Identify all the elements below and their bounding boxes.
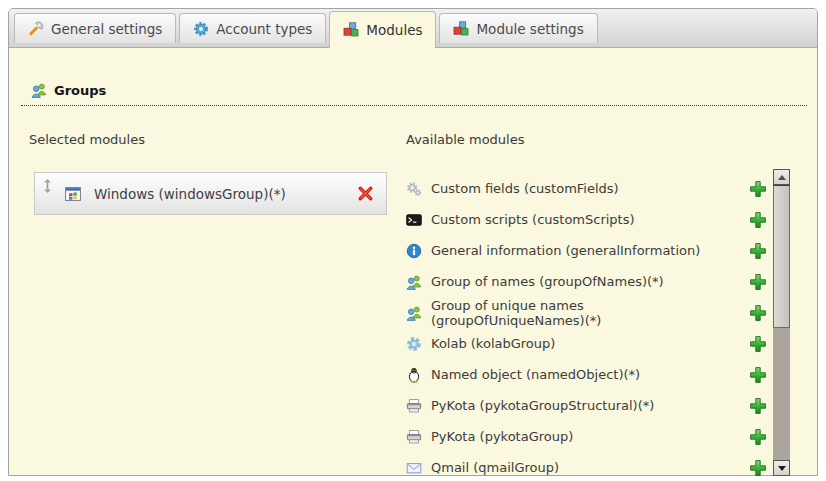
available-modules-scrollbar[interactable] <box>773 169 790 476</box>
available-module-row: General information (generalInformation) <box>406 235 773 266</box>
drag-handle[interactable] <box>43 178 52 194</box>
printer-icon <box>406 429 422 445</box>
available-modules-body: Custom fields (customFields)Custom scrip… <box>406 169 790 481</box>
available-modules-heading: Available modules <box>406 131 790 148</box>
module-label: PyKota (pykotaGroupStructural)(*) <box>431 398 654 413</box>
add-module-button[interactable] <box>749 366 767 384</box>
available-module-row: Group of unique names (groupOfUniqueName… <box>406 297 773 328</box>
settings-panel: General settingsAccount typesModulesModu… <box>8 8 818 476</box>
scrollbar-thumb[interactable] <box>773 185 790 328</box>
tab-module-settings[interactable]: Module settings <box>439 13 597 43</box>
selected-modules-column: Selected modules Windows (windowsGroup)(… <box>29 131 395 215</box>
penguin-icon <box>406 367 422 383</box>
available-modules-list: Custom fields (customFields)Custom scrip… <box>406 169 773 481</box>
section-header: Groups <box>21 82 807 106</box>
add-module-button[interactable] <box>749 242 767 260</box>
tab-general-settings[interactable]: General settings <box>14 13 176 43</box>
module-label: General information (generalInformation) <box>431 243 700 258</box>
gear-icon <box>193 21 209 37</box>
gears-icon <box>406 181 422 197</box>
group-icon <box>406 305 422 321</box>
module-label: Named object (namedObject)(*) <box>431 367 640 382</box>
groups-icon <box>31 82 47 98</box>
scrollbar-down-button[interactable] <box>773 460 790 476</box>
module-label: Windows (windowsGroup)(*) <box>94 186 357 202</box>
available-module-row: Named object (namedObject)(*) <box>406 359 773 390</box>
tab-modules[interactable]: Modules <box>329 11 436 48</box>
kolab-icon <box>406 336 422 352</box>
module-label: Custom scripts (customScripts) <box>431 212 635 227</box>
scrollbar-track[interactable] <box>773 328 790 460</box>
module-label: Qmail (qmailGroup) <box>431 460 559 475</box>
selected-modules-list: Windows (windowsGroup)(*) <box>34 172 395 215</box>
mail-icon <box>406 460 422 476</box>
wrench-icon <box>28 21 44 37</box>
modules-icon <box>343 22 359 38</box>
group-icon <box>406 274 422 290</box>
add-module-button[interactable] <box>749 397 767 415</box>
add-module-button[interactable] <box>749 180 767 198</box>
up-arrow-icon <box>778 175 786 180</box>
module-label: PyKota (pykotaGroup) <box>431 429 573 444</box>
tab-label: Account types <box>216 21 312 37</box>
tab-label: General settings <box>51 21 162 37</box>
module-label: Group of names (groupOfNames)(*) <box>431 274 664 289</box>
available-module-row: PyKota (pykotaGroupStructural)(*) <box>406 390 773 421</box>
selected-module-row: Windows (windowsGroup)(*) <box>34 172 387 215</box>
scrollbar-up-button[interactable] <box>773 169 790 185</box>
section-title: Groups <box>54 83 106 98</box>
selected-modules-heading: Selected modules <box>29 131 395 148</box>
module-label: Kolab (kolabGroup) <box>431 336 555 351</box>
available-module-row: PyKota (pykotaGroup) <box>406 421 773 452</box>
tab-label: Module settings <box>476 21 583 37</box>
available-modules-column: Available modules Custom fields (customF… <box>406 131 790 481</box>
printer-icon <box>406 398 422 414</box>
module-label: Group of unique names (groupOfUniqueName… <box>431 298 718 328</box>
add-module-button[interactable] <box>749 211 767 229</box>
add-module-button[interactable] <box>749 428 767 446</box>
down-arrow-icon <box>778 466 786 471</box>
available-module-row: Group of names (groupOfNames)(*) <box>406 266 773 297</box>
modules-icon <box>453 21 469 37</box>
tab-bar: General settingsAccount typesModulesModu… <box>9 9 817 48</box>
module-label: Custom fields (customFields) <box>431 181 619 196</box>
available-module-row: Custom scripts (customScripts) <box>406 204 773 235</box>
page: General settingsAccount typesModulesModu… <box>0 0 826 481</box>
available-module-row: Qmail (qmailGroup) <box>406 452 773 481</box>
windows-icon <box>65 186 81 202</box>
remove-module-button[interactable] <box>357 185 374 202</box>
add-module-button[interactable] <box>749 459 767 477</box>
tab-label: Modules <box>366 22 422 38</box>
add-module-button[interactable] <box>749 273 767 291</box>
tab-account-types[interactable]: Account types <box>179 13 326 43</box>
add-module-button[interactable] <box>749 304 767 322</box>
info-icon <box>406 243 422 259</box>
add-module-button[interactable] <box>749 335 767 353</box>
terminal-icon <box>406 212 422 228</box>
available-module-row: Kolab (kolabGroup) <box>406 328 773 359</box>
available-module-row: Custom fields (customFields) <box>406 173 773 204</box>
